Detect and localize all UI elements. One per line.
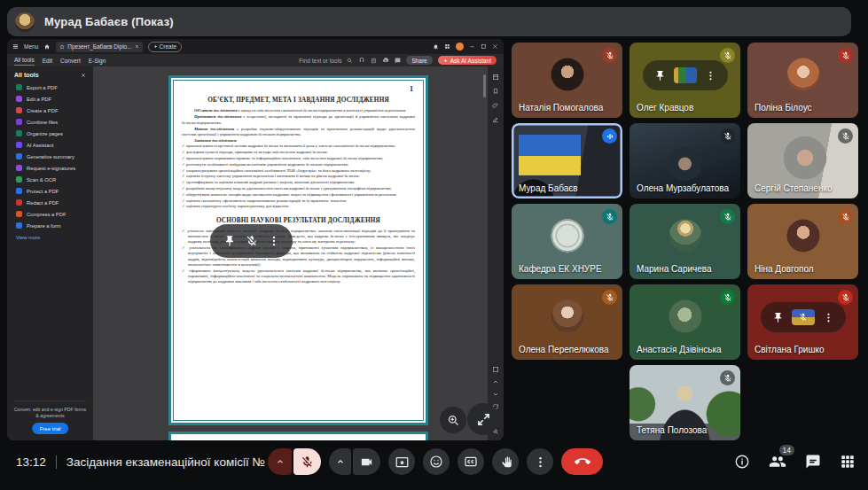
- pin-icon[interactable]: [772, 312, 784, 323]
- participant-tile[interactable]: Олена Мурзабулатова: [629, 123, 740, 198]
- hamburger-menu-icon[interactable]: [12, 43, 19, 50]
- close-window-icon[interactable]: [492, 43, 498, 50]
- attachments-icon[interactable]: [492, 102, 499, 109]
- tool-item[interactable]: Compress a PDF: [7, 208, 93, 220]
- end-call-button[interactable]: [561, 448, 603, 475]
- apps-grid-icon[interactable]: [444, 43, 450, 50]
- free-trial-button[interactable]: Free trial: [32, 423, 69, 434]
- tool-item[interactable]: Combine files: [7, 116, 93, 128]
- raise-hand-button[interactable]: [492, 448, 519, 475]
- mic-off-icon: [799, 313, 808, 322]
- home-icon[interactable]: [43, 43, 51, 51]
- tool-item[interactable]: Protect a PDF: [7, 185, 93, 197]
- signature-icon[interactable]: [492, 116, 499, 123]
- tool-item[interactable]: Prepare a form: [7, 220, 93, 231]
- account-avatar[interactable]: [456, 43, 464, 51]
- acrobat-menu-item[interactable]: All tools: [14, 55, 35, 66]
- find-tools-search[interactable]: Find text or tools: [299, 58, 341, 64]
- participant-tile[interactable]: Мурад Бабаєв: [512, 123, 622, 198]
- acrobat-share-button[interactable]: Share: [406, 56, 432, 65]
- tool-item[interactable]: Scan & OCR: [7, 174, 93, 185]
- meeting-details-button[interactable]: [734, 454, 750, 470]
- maximize-icon[interactable]: [481, 43, 487, 50]
- notifications-bell-icon[interactable]: [433, 43, 439, 50]
- mic-mute-button[interactable]: [293, 448, 321, 475]
- tile-hover-controls[interactable]: [643, 60, 728, 90]
- participant-tile[interactable]: Світлана Гришко: [747, 284, 858, 360]
- participant-tile[interactable]: Поліна Білоус: [747, 43, 858, 118]
- close-panel-icon[interactable]: [81, 73, 86, 78]
- camera-options-button[interactable]: [329, 448, 351, 475]
- participant-tile[interactable]: Сергій Степаненко: [747, 123, 858, 198]
- people-panel-button[interactable]: 14: [769, 453, 786, 471]
- star-icon[interactable]: [59, 44, 65, 50]
- prev-page-icon[interactable]: [492, 378, 499, 385]
- zoom-presentation-button[interactable]: [440, 407, 466, 433]
- cloud-upload-icon[interactable]: [382, 57, 389, 64]
- tool-item[interactable]: AI Assistant: [7, 139, 93, 151]
- pin-icon[interactable]: [223, 235, 236, 247]
- page-nav-box-icon[interactable]: [492, 366, 499, 373]
- participant-tile[interactable]: Олена Перепелюкова: [512, 284, 622, 360]
- mic-options-button[interactable]: [268, 448, 292, 475]
- acrobat-menu-item[interactable]: Edit: [43, 56, 52, 66]
- participant-tile[interactable]: Олег Кравцов: [629, 43, 740, 118]
- participant-tile[interactable]: Ніна Довгопол: [747, 204, 858, 279]
- activities-button[interactable]: [840, 454, 856, 470]
- pin-icon[interactable]: [654, 70, 666, 82]
- tile-hover-controls[interactable]: [761, 302, 846, 332]
- tool-item[interactable]: Export a PDF: [7, 82, 93, 93]
- camera-toggle-button[interactable]: [353, 448, 380, 475]
- page-thumbnails-icon[interactable]: [492, 74, 499, 81]
- mic-off-icon: [723, 51, 732, 60]
- next-page-icon[interactable]: [492, 391, 499, 398]
- more-options-icon[interactable]: [268, 235, 280, 247]
- more-options-icon[interactable]: [705, 70, 716, 82]
- tool-item[interactable]: Request e-signatures: [7, 162, 93, 174]
- tool-item[interactable]: Create a PDF: [7, 105, 93, 116]
- tool-icon: [16, 119, 22, 125]
- screen-share-tile[interactable]: Menu Презент_Бабаєв Diplo... Create: [7, 39, 504, 440]
- view-more-link[interactable]: View more: [7, 231, 93, 240]
- comment-icon[interactable]: [395, 58, 401, 64]
- ask-ai-assistant-button[interactable]: Ask AI Assistant: [438, 56, 497, 65]
- reactions-button[interactable]: [423, 448, 450, 475]
- tool-label: Export a PDF: [27, 85, 58, 90]
- mic-off-badge: [838, 48, 853, 63]
- captions-button[interactable]: [457, 448, 484, 475]
- minimize-icon[interactable]: [469, 43, 475, 50]
- acrobat-menu-item[interactable]: Convert: [60, 56, 81, 66]
- participant-tile[interactable]: Анастасія Дзівінська: [629, 284, 740, 360]
- tool-item[interactable]: Redact a PDF: [7, 197, 93, 208]
- acrobat-menu-item[interactable]: E-Sign: [89, 56, 106, 66]
- more-options-icon[interactable]: [823, 312, 834, 323]
- document-tab[interactable]: Презент_Бабаєв Diplo...: [56, 42, 142, 52]
- chat-panel-button[interactable]: [805, 454, 821, 470]
- present-button[interactable]: [388, 448, 415, 475]
- page-view-icon[interactable]: [371, 58, 377, 64]
- participant-tile[interactable]: Тетяна Полозова: [629, 365, 740, 440]
- participant-tile[interactable]: Наталія Помогалова: [512, 43, 622, 118]
- document-tab-title[interactable]: Презент_Бабаєв Diplo...: [67, 43, 131, 50]
- document-viewport[interactable]: 1 ОБ’ЄКТ, ПРЕДМЕТ, МЕТА І ЗАВДАННЯ ДОСЛІ…: [93, 66, 488, 440]
- create-button[interactable]: Create: [148, 42, 183, 52]
- tool-item[interactable]: Organize pages: [7, 128, 93, 139]
- bookmarks-icon[interactable]: [492, 88, 499, 95]
- scrollbar-thumb[interactable]: [483, 74, 486, 97]
- participant-avatar: [551, 219, 583, 252]
- presentation-hover-controls[interactable]: [210, 224, 293, 258]
- tool-item[interactable]: Edit a PDF: [7, 93, 93, 105]
- mic-off-badge: [720, 128, 735, 144]
- participant-tile[interactable]: Марина Саричева: [629, 204, 740, 279]
- more-options-button[interactable]: [527, 448, 553, 475]
- search-icon[interactable]: [347, 58, 353, 64]
- acrobat-menu-label[interactable]: Menu: [24, 43, 38, 50]
- participant-tile[interactable]: Кафедра ЕК ХНУРЕ: [512, 204, 622, 279]
- tool-item[interactable]: Generative summary: [7, 151, 93, 162]
- mic-off-icon: [841, 213, 850, 222]
- tool-label: Generative summary: [27, 154, 74, 159]
- headset-icon[interactable]: [358, 57, 365, 64]
- expand-presentation-button[interactable]: [467, 403, 499, 435]
- participants-grid: Наталія Помогалова Олег Кравцов: [512, 43, 858, 440]
- close-tab-icon[interactable]: [135, 44, 139, 49]
